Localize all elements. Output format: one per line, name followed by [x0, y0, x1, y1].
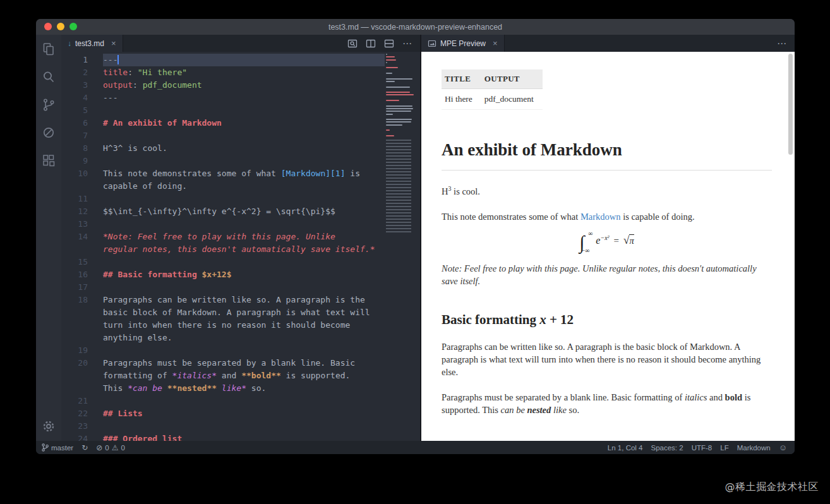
code-line [103, 218, 385, 231]
preview-heading-2: Basic formatting x + 12 [442, 311, 772, 328]
zoom-window-button[interactable] [69, 23, 77, 30]
preview-scrollbar[interactable] [788, 54, 793, 155]
git-branch-item[interactable]: master [42, 443, 73, 452]
editor-row[interactable]: 5 [61, 104, 385, 117]
source-control-icon[interactable] [40, 97, 57, 113]
editor-row[interactable]: anything else. [61, 332, 385, 344]
extensions-icon[interactable] [40, 152, 57, 169]
paragraph-basic: Paragraphs can be written like so. A par… [442, 340, 772, 378]
line-number: 10 [61, 167, 103, 180]
cursor-position[interactable]: Ln 1, Col 4 [608, 444, 643, 452]
titlebar: test3.md — vscode-markdown-preview-enhan… [36, 19, 795, 35]
line-number: 15 [61, 256, 103, 268]
search-icon[interactable] [40, 69, 57, 85]
code-line: regular notes, this doesn't automaticall… [103, 243, 385, 256]
editor-row[interactable]: 23 [61, 420, 385, 433]
editor-row[interactable]: 21 [61, 395, 385, 407]
editor-row[interactable]: turn into when there is no reason it sho… [61, 319, 385, 332]
language-mode[interactable]: Markdown [737, 444, 771, 452]
code-line [103, 420, 385, 433]
editor-row[interactable]: 1--- [61, 54, 385, 66]
editor-row[interactable]: 3output: pdf_document [61, 79, 385, 92]
editor-row[interactable]: 24### Ordered list [61, 433, 385, 441]
code-line: basic block of Markdown. A paragraph is … [103, 306, 385, 319]
editor-row[interactable]: 10This note demonstrates some of what [M… [61, 167, 385, 180]
editor-row[interactable]: 20Paragraphs must be separated by a blan… [61, 357, 385, 369]
table-cell: pdf_document [481, 89, 543, 110]
code-line: # An exhibit of Markdown [103, 117, 385, 129]
editor-row[interactable]: This *can be **nested** like* so. [61, 382, 385, 395]
editor-actions: ⋯ [347, 35, 420, 52]
editor-row[interactable]: basic block of Markdown. A paragraph is … [61, 306, 385, 319]
close-tab-icon[interactable]: × [111, 39, 116, 48]
eol-sequence[interactable]: LF [720, 444, 728, 452]
markdown-link[interactable]: Markdown [580, 212, 621, 222]
settings-gear-icon[interactable] [40, 418, 57, 435]
encoding[interactable]: UTF-8 [692, 444, 713, 452]
open-preview-icon[interactable] [347, 39, 358, 49]
tab-test3-md[interactable]: ↓ test3.md × [61, 35, 123, 52]
line-number [61, 382, 103, 395]
debug-icon[interactable] [40, 124, 57, 141]
minimize-window-button[interactable] [57, 23, 64, 30]
editor-row[interactable]: capable of doing. [61, 180, 385, 193]
editor-row[interactable]: 4--- [61, 92, 385, 104]
vscode-window: test3.md — vscode-markdown-preview-enhan… [36, 19, 795, 454]
code-line: ## Basic formatting $x+12$ [103, 268, 385, 281]
toggle-layout-icon[interactable] [384, 39, 394, 49]
preview-more-actions-icon[interactable]: ⋯ [777, 38, 787, 49]
line-number: 11 [61, 193, 103, 205]
line-number: 4 [61, 92, 103, 104]
editor-row[interactable]: 9 [61, 155, 385, 167]
editor-row[interactable]: formatting of *italics* and **bold** is … [61, 369, 385, 382]
line-number: 23 [61, 420, 103, 433]
split-editor-icon[interactable] [366, 39, 376, 49]
minimap[interactable] [386, 54, 419, 233]
close-preview-tab-icon[interactable]: × [493, 39, 498, 48]
status-bar: master ↻ ⊘ 0 ⚠ 0 Ln 1, Col 4 Spaces: 2 U… [36, 441, 795, 454]
line-number [61, 319, 103, 332]
editor-row[interactable]: 6# An exhibit of Markdown [61, 117, 385, 129]
watermark: @稀土掘金技术社区 [725, 481, 819, 494]
more-actions-icon[interactable]: ⋯ [402, 38, 412, 49]
line-number: 5 [61, 104, 103, 117]
editor-row[interactable]: 14*Note: Feel free to play with this pag… [61, 231, 385, 243]
code-editor[interactable]: 1---2title: "Hi there"3output: pdf_docum… [61, 52, 420, 441]
problems-item[interactable]: ⊘ 0 ⚠ 0 [96, 443, 125, 452]
line-number: 8 [61, 142, 103, 155]
code-line [103, 129, 385, 142]
activity-bar [36, 35, 61, 441]
editor-row[interactable]: 7 [61, 129, 385, 142]
close-window-button[interactable] [44, 23, 52, 30]
editor-row[interactable]: 8H^3^ is cool. [61, 142, 385, 155]
table-cell: Hi there [442, 89, 481, 110]
line-number: 21 [61, 395, 103, 407]
editor-row[interactable]: 16## Basic formatting $x+12$ [61, 268, 385, 281]
markdown-preview: TITLE OUTPUT Hi there pdf_document An ex… [421, 52, 795, 441]
editor-row[interactable]: 19 [61, 344, 385, 357]
line-number [61, 332, 103, 344]
editor-row[interactable]: 15 [61, 256, 385, 268]
code-line: output: pdf_document [103, 79, 385, 92]
editor-row[interactable]: 13 [61, 218, 385, 231]
code-line [103, 104, 385, 117]
editor-row[interactable]: 12$$\int_{-\infty}^\infty e^{-x^2} = \sq… [61, 205, 385, 218]
branch-icon [42, 443, 49, 452]
editor-row[interactable]: regular notes, this doesn't automaticall… [61, 243, 385, 256]
window-title: test3.md — vscode-markdown-preview-enhan… [328, 23, 502, 32]
tab-mpe-preview[interactable]: MPE Preview × [421, 35, 505, 52]
editor-row[interactable]: 17 [61, 281, 385, 294]
feedback-smiley-icon[interactable]: ☺ [779, 443, 787, 452]
editor-row[interactable]: 2title: "Hi there" [61, 66, 385, 79]
editor-row[interactable]: 22## Lists [61, 407, 385, 420]
indentation[interactable]: Spaces: 2 [651, 444, 683, 452]
code-line: Paragraphs can be written like so. A par… [103, 294, 385, 306]
preview-actions: ⋯ [777, 35, 795, 52]
explorer-icon[interactable] [40, 41, 57, 57]
text-cursor [117, 55, 119, 64]
line-number: 7 [61, 129, 103, 142]
sync-icon[interactable]: ↻ [81, 443, 88, 452]
editor-row[interactable]: 11 [61, 193, 385, 205]
math-formula: ∫∞−∞e−x²=√π [442, 232, 772, 248]
editor-row[interactable]: 18Paragraphs can be written like so. A p… [61, 294, 385, 306]
